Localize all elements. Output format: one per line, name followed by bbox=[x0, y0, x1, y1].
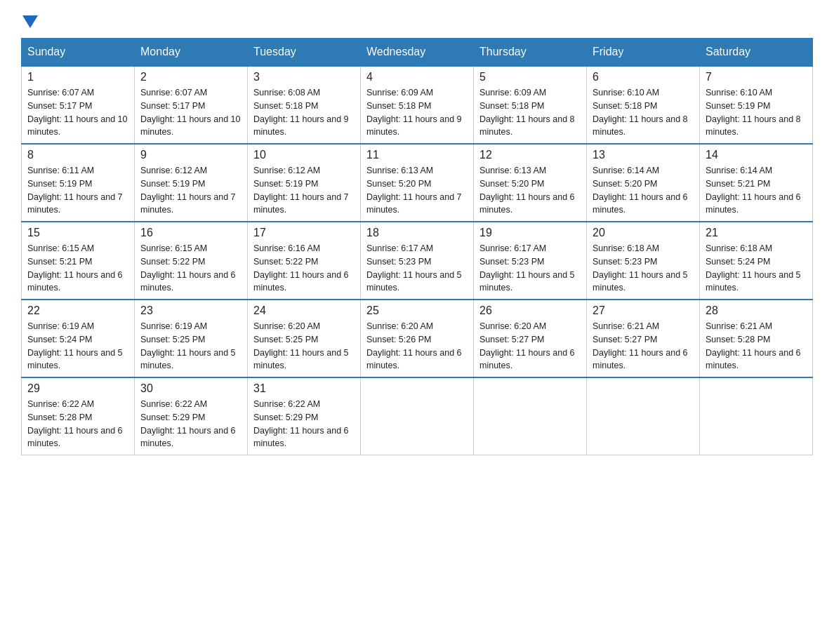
day-number: 5 bbox=[479, 71, 581, 83]
day-number: 22 bbox=[27, 304, 128, 317]
day-info: Sunrise: 6:10 AMSunset: 5:18 PMDaylight:… bbox=[593, 86, 694, 139]
day-info: Sunrise: 6:14 AMSunset: 5:20 PMDaylight:… bbox=[593, 164, 694, 217]
day-info: Sunrise: 6:21 AMSunset: 5:28 PMDaylight:… bbox=[706, 320, 807, 373]
day-number: 9 bbox=[140, 149, 241, 161]
logo-triangle-icon bbox=[22, 15, 38, 31]
day-number: 12 bbox=[479, 149, 581, 161]
day-number: 27 bbox=[593, 304, 694, 317]
day-info: Sunrise: 6:18 AMSunset: 5:24 PMDaylight:… bbox=[706, 242, 807, 295]
calendar-week-row: 15Sunrise: 6:15 AMSunset: 5:21 PMDayligh… bbox=[22, 222, 813, 300]
day-info: Sunrise: 6:10 AMSunset: 5:19 PMDaylight:… bbox=[706, 86, 807, 139]
svg-marker-0 bbox=[22, 15, 38, 28]
calendar-cell bbox=[700, 377, 813, 455]
calendar-cell: 13Sunrise: 6:14 AMSunset: 5:20 PMDayligh… bbox=[587, 144, 700, 222]
calendar-cell: 3Sunrise: 6:08 AMSunset: 5:18 PMDaylight… bbox=[248, 66, 361, 144]
calendar-cell: 31Sunrise: 6:22 AMSunset: 5:29 PMDayligh… bbox=[248, 377, 361, 455]
calendar-week-row: 8Sunrise: 6:11 AMSunset: 5:19 PMDaylight… bbox=[22, 144, 813, 222]
calendar-cell: 20Sunrise: 6:18 AMSunset: 5:23 PMDayligh… bbox=[587, 222, 700, 300]
calendar-cell bbox=[474, 377, 587, 455]
day-number: 4 bbox=[366, 71, 468, 83]
calendar-cell: 7Sunrise: 6:10 AMSunset: 5:19 PMDaylight… bbox=[700, 66, 813, 144]
day-info: Sunrise: 6:11 AMSunset: 5:19 PMDaylight:… bbox=[27, 164, 128, 217]
day-info: Sunrise: 6:22 AMSunset: 5:29 PMDaylight:… bbox=[253, 398, 355, 450]
day-number: 18 bbox=[366, 227, 468, 239]
calendar-cell: 28Sunrise: 6:21 AMSunset: 5:28 PMDayligh… bbox=[700, 300, 813, 377]
calendar-cell: 23Sunrise: 6:19 AMSunset: 5:25 PMDayligh… bbox=[135, 300, 248, 377]
day-info: Sunrise: 6:19 AMSunset: 5:24 PMDaylight:… bbox=[27, 320, 128, 373]
calendar-cell: 17Sunrise: 6:16 AMSunset: 5:22 PMDayligh… bbox=[248, 222, 361, 300]
calendar-cell bbox=[361, 377, 474, 455]
page-header bbox=[21, 14, 813, 31]
day-info: Sunrise: 6:20 AMSunset: 5:25 PMDaylight:… bbox=[253, 320, 355, 373]
calendar-cell: 9Sunrise: 6:12 AMSunset: 5:19 PMDaylight… bbox=[135, 144, 248, 222]
day-number: 21 bbox=[706, 227, 807, 239]
weekday-header-wednesday: Wednesday bbox=[361, 39, 474, 67]
day-number: 15 bbox=[27, 227, 128, 239]
day-number: 14 bbox=[706, 149, 807, 161]
day-info: Sunrise: 6:16 AMSunset: 5:22 PMDaylight:… bbox=[253, 242, 355, 295]
day-info: Sunrise: 6:22 AMSunset: 5:29 PMDaylight:… bbox=[140, 398, 241, 450]
day-number: 28 bbox=[706, 304, 807, 317]
day-number: 8 bbox=[27, 149, 128, 161]
weekday-header-tuesday: Tuesday bbox=[248, 39, 361, 67]
calendar-cell: 27Sunrise: 6:21 AMSunset: 5:27 PMDayligh… bbox=[587, 300, 700, 377]
calendar-cell: 29Sunrise: 6:22 AMSunset: 5:28 PMDayligh… bbox=[22, 377, 135, 455]
day-number: 16 bbox=[140, 227, 241, 239]
day-info: Sunrise: 6:12 AMSunset: 5:19 PMDaylight:… bbox=[140, 164, 241, 217]
day-number: 17 bbox=[253, 227, 355, 239]
calendar-week-row: 29Sunrise: 6:22 AMSunset: 5:28 PMDayligh… bbox=[22, 377, 813, 455]
calendar-cell: 4Sunrise: 6:09 AMSunset: 5:18 PMDaylight… bbox=[361, 66, 474, 144]
day-number: 29 bbox=[27, 382, 128, 395]
calendar-cell: 15Sunrise: 6:15 AMSunset: 5:21 PMDayligh… bbox=[22, 222, 135, 300]
day-number: 11 bbox=[366, 149, 468, 161]
weekday-header-thursday: Thursday bbox=[474, 39, 587, 67]
day-info: Sunrise: 6:21 AMSunset: 5:27 PMDaylight:… bbox=[593, 320, 694, 373]
day-info: Sunrise: 6:20 AMSunset: 5:26 PMDaylight:… bbox=[366, 320, 468, 373]
calendar-cell: 8Sunrise: 6:11 AMSunset: 5:19 PMDaylight… bbox=[22, 144, 135, 222]
day-info: Sunrise: 6:13 AMSunset: 5:20 PMDaylight:… bbox=[366, 164, 468, 217]
day-info: Sunrise: 6:20 AMSunset: 5:27 PMDaylight:… bbox=[479, 320, 581, 373]
calendar-cell: 21Sunrise: 6:18 AMSunset: 5:24 PMDayligh… bbox=[700, 222, 813, 300]
day-info: Sunrise: 6:15 AMSunset: 5:22 PMDaylight:… bbox=[140, 242, 241, 295]
calendar-cell: 30Sunrise: 6:22 AMSunset: 5:29 PMDayligh… bbox=[135, 377, 248, 455]
calendar-cell: 24Sunrise: 6:20 AMSunset: 5:25 PMDayligh… bbox=[248, 300, 361, 377]
weekday-header-row: SundayMondayTuesdayWednesdayThursdayFrid… bbox=[22, 39, 813, 67]
day-info: Sunrise: 6:17 AMSunset: 5:23 PMDaylight:… bbox=[479, 242, 581, 295]
day-number: 26 bbox=[479, 304, 581, 317]
weekday-header-sunday: Sunday bbox=[22, 39, 135, 67]
day-number: 1 bbox=[27, 71, 128, 83]
calendar-cell bbox=[587, 377, 700, 455]
calendar-cell: 16Sunrise: 6:15 AMSunset: 5:22 PMDayligh… bbox=[135, 222, 248, 300]
day-number: 30 bbox=[140, 382, 241, 395]
calendar-cell: 10Sunrise: 6:12 AMSunset: 5:19 PMDayligh… bbox=[248, 144, 361, 222]
weekday-header-saturday: Saturday bbox=[700, 39, 813, 67]
calendar-cell: 25Sunrise: 6:20 AMSunset: 5:26 PMDayligh… bbox=[361, 300, 474, 377]
day-info: Sunrise: 6:08 AMSunset: 5:18 PMDaylight:… bbox=[253, 86, 355, 139]
calendar-cell: 11Sunrise: 6:13 AMSunset: 5:20 PMDayligh… bbox=[361, 144, 474, 222]
day-info: Sunrise: 6:22 AMSunset: 5:28 PMDaylight:… bbox=[27, 398, 128, 450]
day-number: 20 bbox=[593, 227, 694, 239]
day-info: Sunrise: 6:15 AMSunset: 5:21 PMDaylight:… bbox=[27, 242, 128, 295]
calendar-table: SundayMondayTuesdayWednesdayThursdayFrid… bbox=[21, 38, 813, 455]
day-info: Sunrise: 6:18 AMSunset: 5:23 PMDaylight:… bbox=[593, 242, 694, 295]
calendar-cell: 26Sunrise: 6:20 AMSunset: 5:27 PMDayligh… bbox=[474, 300, 587, 377]
day-number: 25 bbox=[366, 304, 468, 317]
calendar-week-row: 22Sunrise: 6:19 AMSunset: 5:24 PMDayligh… bbox=[22, 300, 813, 377]
day-number: 13 bbox=[593, 149, 694, 161]
day-number: 3 bbox=[253, 71, 355, 83]
day-number: 2 bbox=[140, 71, 241, 83]
day-number: 23 bbox=[140, 304, 241, 317]
day-info: Sunrise: 6:17 AMSunset: 5:23 PMDaylight:… bbox=[366, 242, 468, 295]
day-info: Sunrise: 6:19 AMSunset: 5:25 PMDaylight:… bbox=[140, 320, 241, 373]
day-info: Sunrise: 6:14 AMSunset: 5:21 PMDaylight:… bbox=[706, 164, 807, 217]
day-number: 24 bbox=[253, 304, 355, 317]
calendar-cell: 2Sunrise: 6:07 AMSunset: 5:17 PMDaylight… bbox=[135, 66, 248, 144]
calendar-cell: 1Sunrise: 6:07 AMSunset: 5:17 PMDaylight… bbox=[22, 66, 135, 144]
day-info: Sunrise: 6:07 AMSunset: 5:17 PMDaylight:… bbox=[27, 86, 128, 139]
weekday-header-monday: Monday bbox=[135, 39, 248, 67]
calendar-cell: 18Sunrise: 6:17 AMSunset: 5:23 PMDayligh… bbox=[361, 222, 474, 300]
calendar-week-row: 1Sunrise: 6:07 AMSunset: 5:17 PMDaylight… bbox=[22, 66, 813, 144]
day-number: 7 bbox=[706, 71, 807, 83]
day-info: Sunrise: 6:09 AMSunset: 5:18 PMDaylight:… bbox=[479, 86, 581, 139]
day-number: 31 bbox=[253, 382, 355, 395]
